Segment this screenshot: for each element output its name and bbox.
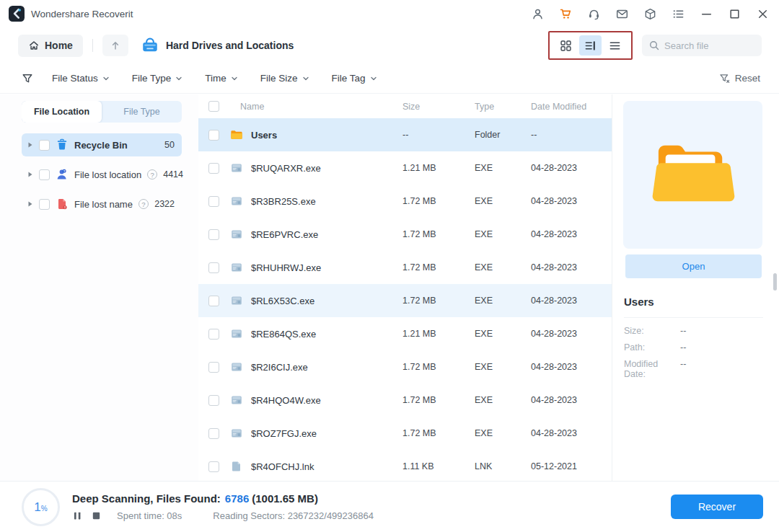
filter-list: File StatusFile TypeTimeFile SizeFile Ta… (52, 73, 377, 84)
file-size: 1.72 MB (402, 395, 475, 405)
table-header: Name Size Type Date Modified (198, 94, 612, 118)
app-logo-icon (9, 6, 25, 22)
recover-button[interactable]: Recover (671, 495, 763, 519)
view-toggle-highlight (548, 31, 633, 60)
list-view-button[interactable] (604, 35, 626, 56)
file-date: 04-28-2023 (531, 329, 612, 339)
grid-view-button[interactable] (555, 35, 577, 56)
exe-icon (230, 161, 243, 174)
column-size[interactable]: Size (402, 102, 475, 112)
close-icon[interactable] (757, 8, 769, 20)
content: File Location File Type Recycle Bin50?Fi… (0, 94, 779, 482)
column-type[interactable]: Type (475, 102, 531, 112)
row-checkbox[interactable] (208, 296, 219, 306)
row-checkbox[interactable] (208, 130, 219, 141)
file-row[interactable]: $R3BR25S.exe1.72 MBEXE04-28-2023 (198, 185, 612, 218)
folder-icon (230, 128, 243, 141)
search-input[interactable] (664, 40, 751, 51)
help-icon[interactable]: ? (138, 199, 149, 209)
scrollbar-handle[interactable] (773, 273, 777, 291)
sidebar-item-file-lost-name[interactable]: File lost name?2322 (22, 192, 182, 216)
row-checkbox[interactable] (208, 229, 219, 240)
row-checkbox[interactable] (208, 461, 219, 472)
list-preview-view-icon (584, 40, 597, 52)
account-icon[interactable] (532, 8, 544, 20)
row-checkbox[interactable] (208, 196, 219, 207)
row-checkbox[interactable] (208, 163, 219, 174)
preview-details: Size:--Path:--Modified Date:-- (624, 326, 779, 379)
toolkit-icon[interactable] (644, 8, 656, 20)
reset-filters-button[interactable]: Reset (719, 73, 760, 84)
menu-icon[interactable] (672, 8, 685, 20)
list-preview-view-button[interactable] (579, 35, 602, 56)
file-row[interactable]: $RE864QS.exe1.21 MBEXE04-28-2023 (198, 317, 612, 350)
stop-icon[interactable] (91, 510, 102, 521)
filter-file-status[interactable]: File Status (52, 73, 110, 84)
file-row[interactable]: $RUQARXR.exe1.21 MBEXE04-28-2023 (198, 151, 612, 185)
files-found-size: (1001.65 MB) (252, 492, 318, 505)
search-box[interactable] (642, 35, 762, 56)
home-button[interactable]: Home (18, 35, 83, 57)
open-button[interactable]: Open (625, 254, 762, 278)
detail-value: -- (680, 342, 686, 353)
chevron-down-icon (302, 75, 309, 82)
file-date: 04-28-2023 (531, 196, 612, 206)
exe-icon (230, 228, 243, 241)
file-date: 04-28-2023 (531, 395, 612, 405)
preview-detail-row: Size:-- (624, 326, 779, 336)
breadcrumb: Hard Drives and Locations (141, 36, 294, 55)
exe-icon (230, 394, 243, 407)
row-checkbox[interactable] (208, 395, 219, 406)
file-row[interactable]: $RE6PVRC.exe1.72 MBEXE04-28-2023 (198, 218, 612, 251)
progress-circle: 1% (22, 488, 60, 526)
detail-label: Path: (624, 342, 680, 353)
file-row[interactable]: $R4HQO4W.exe1.72 MBEXE04-28-2023 (198, 384, 612, 417)
row-checkbox[interactable] (208, 329, 219, 340)
filter-label: File Status (52, 73, 98, 84)
row-checkbox[interactable] (208, 428, 219, 439)
maximize-icon[interactable] (729, 8, 741, 20)
filter-label: File Size (260, 73, 298, 84)
minimize-icon[interactable] (700, 8, 713, 20)
file-row[interactable]: Users--Folder-- (198, 118, 612, 151)
file-row[interactable]: $RHUHRWJ.exe1.72 MBEXE04-28-2023 (198, 251, 612, 284)
filter-label: File Tag (332, 73, 366, 84)
sidebar-item-recycle-bin[interactable]: Recycle Bin50 (22, 133, 182, 156)
checkbox[interactable] (39, 169, 50, 180)
file-row[interactable]: $ROZ7FGJ.exe1.72 MBEXE04-28-2023 (198, 417, 612, 450)
mail-icon[interactable] (616, 8, 628, 20)
file-type: EXE (475, 196, 531, 206)
row-checkbox[interactable] (208, 362, 219, 373)
filter-file-size[interactable]: File Size (260, 73, 309, 84)
file-row[interactable]: $R4OFCHJ.lnk1.11 KBLNK05-12-2021 (198, 450, 612, 482)
titlebar-actions (532, 8, 769, 20)
files-found-count: 6786 (225, 492, 249, 505)
file-row[interactable]: $RL6X53C.exe1.72 MBEXE04-28-2023 (198, 284, 612, 317)
column-name[interactable]: Name (240, 102, 402, 112)
help-icon[interactable]: ? (147, 169, 157, 179)
row-checkbox[interactable] (208, 262, 219, 273)
checkbox[interactable] (39, 140, 50, 151)
tab-file-type[interactable]: File Type (102, 101, 182, 123)
pause-icon[interactable] (72, 510, 83, 521)
file-type: EXE (475, 163, 531, 173)
select-all-checkbox[interactable] (208, 101, 219, 112)
column-date-modified[interactable]: Date Modified (531, 102, 612, 112)
file-size: -- (402, 130, 475, 140)
file-row[interactable]: $R2I6CIJ.exe1.72 MBEXE04-28-2023 (198, 350, 612, 384)
tab-file-location[interactable]: File Location (22, 101, 102, 123)
file-type: LNK (475, 461, 531, 471)
support-icon[interactable] (588, 8, 600, 20)
preview-thumbnail (623, 101, 762, 249)
filter-file-type[interactable]: File Type (132, 73, 183, 84)
file-size: 1.72 MB (402, 229, 475, 239)
file-date: 04-28-2023 (531, 362, 612, 372)
hard-drive-icon (141, 36, 159, 55)
sidebar-item-file-lost-location[interactable]: ?File lost location?4414 (22, 163, 182, 186)
cart-icon[interactable] (560, 8, 572, 20)
filter-time[interactable]: Time (205, 73, 238, 84)
home-label: Home (45, 40, 73, 51)
checkbox[interactable] (39, 199, 50, 210)
filter-file-tag[interactable]: File Tag (332, 73, 377, 84)
navigate-up-button[interactable] (102, 35, 128, 56)
